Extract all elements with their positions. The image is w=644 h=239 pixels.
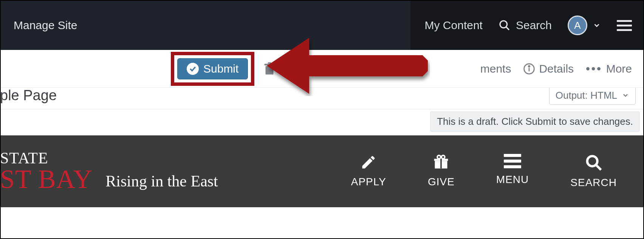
draft-notice: This is a draft. Click Submit to save ch… [430, 112, 639, 132]
search-icon [498, 19, 511, 31]
details-link[interactable]: Details [523, 62, 574, 75]
comments-link[interactable]: ments [480, 62, 511, 75]
my-content-link[interactable]: My Content [425, 19, 483, 32]
nav-give[interactable]: GIVE [428, 154, 455, 189]
svg-rect-2 [266, 66, 274, 74]
nav-apply[interactable]: APPLY [351, 154, 386, 189]
manage-site-label: Manage Site [14, 19, 77, 31]
svg-rect-4 [268, 62, 271, 64]
site-preview-header: STATE ST BAY Rising in the East APPLY [1, 135, 643, 207]
output-format-select[interactable]: Output: HTML [549, 86, 636, 105]
info-icon [523, 63, 535, 75]
chevron-down-icon [622, 92, 629, 99]
submit-label: Submit [203, 62, 238, 75]
submit-highlight-box: Submit [171, 52, 254, 86]
submit-button[interactable]: Submit [177, 58, 248, 79]
more-label: More [606, 62, 632, 75]
cms-top-nav: Manage Site My Content Search A [1, 1, 643, 50]
page-title: ple Page [0, 87, 57, 104]
svg-rect-10 [441, 159, 442, 169]
pencil-icon [360, 154, 377, 171]
brand-line2: ST BAY [0, 166, 93, 192]
user-menu[interactable]: A [568, 16, 601, 35]
svg-line-14 [596, 165, 601, 170]
page-title-row: ple Page Output: HTML [1, 88, 643, 109]
brand-line1: STATE [0, 150, 93, 166]
avatar-initial: A [574, 20, 581, 31]
top-nav-right: My Content Search A [410, 1, 643, 50]
svg-point-7 [529, 65, 530, 67]
search-icon [585, 154, 602, 171]
draft-notice-row: This is a draft. Click Submit to save ch… [1, 109, 643, 135]
more-icon: ••• [586, 62, 602, 75]
nav-apply-label: APPLY [351, 176, 386, 188]
nav-search[interactable]: SEARCH [570, 154, 617, 189]
more-menu[interactable]: ••• More [586, 62, 632, 75]
page-action-bar: Submit ments Details ••• More [1, 50, 643, 88]
nav-menu[interactable]: MENU [496, 154, 529, 189]
svg-point-11 [437, 155, 441, 159]
output-label: Output: HTML [556, 90, 617, 101]
brand-tagline: Rising in the East [105, 172, 218, 192]
chevron-down-icon [593, 21, 601, 29]
check-circle-icon [187, 63, 199, 75]
nav-menu-label: MENU [496, 174, 529, 186]
hamburger-icon [504, 154, 521, 168]
svg-rect-3 [265, 64, 275, 65]
my-content-label: My Content [425, 19, 483, 32]
gift-icon [432, 154, 450, 171]
details-label: Details [539, 62, 574, 75]
svg-point-13 [587, 156, 597, 166]
search-label: Search [516, 19, 552, 32]
main-menu-button[interactable] [617, 20, 632, 31]
comments-label-fragment: ments [480, 62, 511, 75]
avatar-icon: A [568, 16, 587, 35]
nav-search-label: SEARCH [570, 177, 617, 189]
action-bar-right: ments Details ••• More [480, 62, 632, 75]
nav-give-label: GIVE [428, 176, 455, 188]
delete-button[interactable] [263, 61, 276, 76]
manage-site-link[interactable]: Manage Site [1, 19, 410, 32]
preview-body-whitespace [1, 207, 643, 239]
search-link[interactable]: Search [498, 19, 552, 32]
svg-point-12 [441, 155, 445, 159]
svg-line-1 [506, 27, 509, 30]
svg-point-0 [500, 21, 507, 28]
site-preview-nav: APPLY GIVE MENU [351, 154, 617, 189]
site-brand: STATE ST BAY Rising in the East [1, 150, 218, 192]
